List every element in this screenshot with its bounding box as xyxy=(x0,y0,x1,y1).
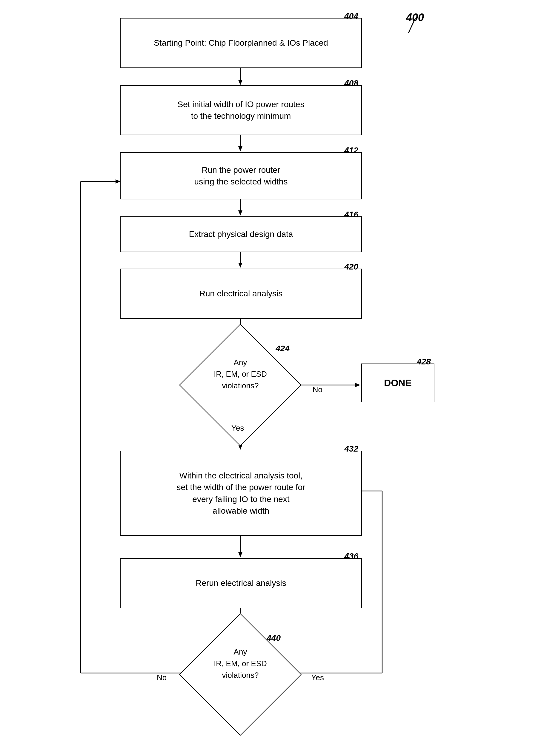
label-424-no: No xyxy=(313,385,322,394)
label-440-yes: Yes xyxy=(311,673,324,682)
svg-marker-11 xyxy=(355,383,360,387)
svg-marker-5 xyxy=(238,210,242,216)
diamond-440-text: AnyIR, EM, or ESDviolations? xyxy=(214,647,267,680)
label-428: 428 xyxy=(417,356,431,368)
node-416-text: Extract physical design data xyxy=(189,228,293,240)
node-432-text: Within the electrical analysis tool,set … xyxy=(177,470,305,517)
diamond-440: 440 AnyIR, EM, or ESDviolations? No Yes xyxy=(176,624,304,725)
diamond-424-text: AnyIR, EM, or ESDviolations? xyxy=(214,358,267,390)
node-428: 428 DONE xyxy=(361,364,434,402)
svg-marker-3 xyxy=(238,146,242,151)
node-404: 404 Starting Point: Chip Floorplanned & … xyxy=(120,18,362,68)
label-408: 408 xyxy=(344,77,358,89)
svg-marker-7 xyxy=(238,263,242,268)
label-440-no: No xyxy=(157,673,167,682)
node-420-text: Run electrical analysis xyxy=(199,288,283,299)
node-408-text: Set initial width of IO power routesto t… xyxy=(178,98,304,122)
label-412: 412 xyxy=(344,144,358,156)
node-412: 412 Run the power routerusing the select… xyxy=(120,152,362,199)
diamond-424: 424 AnyIR, EM, or ESDviolations? No Yes xyxy=(176,334,304,436)
node-428-text: DONE xyxy=(384,377,411,390)
node-412-text: Run the power routerusing the selected w… xyxy=(194,164,288,187)
node-436: 436 Rerun electrical analysis xyxy=(120,558,362,608)
label-420: 420 xyxy=(344,261,358,273)
node-404-text: Starting Point: Chip Floorplanned & IOs … xyxy=(154,37,328,49)
node-420: 420 Run electrical analysis xyxy=(120,269,362,319)
diagram-label-400: 400 xyxy=(406,11,424,24)
label-432: 432 xyxy=(344,443,358,455)
label-424: 424 xyxy=(276,342,290,355)
node-436-text: Rerun electrical analysis xyxy=(195,577,286,589)
node-408: 408 Set initial width of IO power routes… xyxy=(120,85,362,135)
svg-marker-1 xyxy=(238,80,242,85)
svg-marker-15 xyxy=(238,552,242,557)
node-416: 416 Extract physical design data xyxy=(120,216,362,252)
flowchart-diagram: 400 404 Starting Point: Chip Floorplanne… xyxy=(0,0,538,756)
label-436: 436 xyxy=(344,550,358,562)
label-404: 404 xyxy=(344,10,358,22)
label-440: 440 xyxy=(267,632,281,644)
node-432: 432 Within the electrical analysis tool,… xyxy=(120,451,362,536)
label-424-yes: Yes xyxy=(231,424,244,433)
label-416: 416 xyxy=(344,209,358,220)
